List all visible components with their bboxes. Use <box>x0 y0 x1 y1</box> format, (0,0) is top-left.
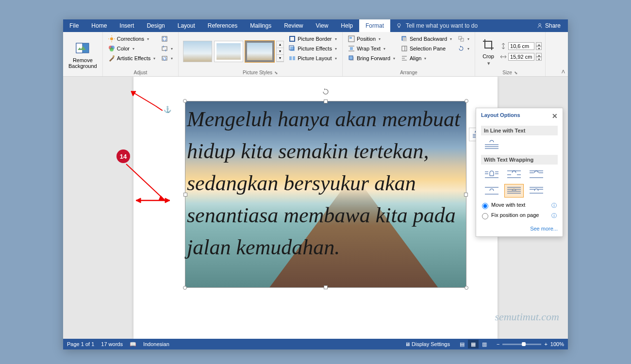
move-with-text-radio[interactable] <box>482 203 488 209</box>
wrap-front[interactable] <box>527 184 546 198</box>
tab-references[interactable]: References <box>201 19 244 32</box>
selection-pane-button[interactable]: Selection Pane <box>399 44 454 53</box>
crop-button[interactable]: Crop▾ <box>478 33 499 69</box>
group-button[interactable]: ▾ <box>456 34 471 43</box>
height-icon <box>500 43 507 50</box>
spellcheck-icon[interactable]: 📖 <box>130 341 136 347</box>
wrap-tight[interactable] <box>504 167 524 181</box>
position-icon <box>348 35 355 42</box>
forward-icon <box>348 55 355 62</box>
print-layout-button[interactable]: ▦ <box>468 340 479 348</box>
tab-review[interactable]: Review <box>278 19 309 32</box>
remove-background-button[interactable]: Remove Background <box>66 33 100 76</box>
zoom-out-button[interactable]: − <box>497 341 499 347</box>
tab-format[interactable]: Format <box>359 19 390 32</box>
remove-bg-icon <box>75 41 90 56</box>
rotate-button[interactable]: ▾ <box>456 44 471 53</box>
position-button[interactable]: Position▾ <box>346 34 397 43</box>
wrap-topbottom[interactable] <box>482 184 501 198</box>
resize-handle[interactable] <box>324 99 328 103</box>
zoom-level[interactable]: 100% <box>550 341 564 347</box>
info-icon[interactable]: ⓘ <box>551 212 557 219</box>
tab-design[interactable]: Design <box>140 19 171 32</box>
tell-me-search[interactable]: Tell me what you want to do <box>390 22 530 29</box>
see-more-link[interactable]: See more... <box>476 223 563 236</box>
word-count[interactable]: 17 words <box>101 341 123 347</box>
compress-pictures-button[interactable] <box>159 34 175 43</box>
color-icon <box>108 45 115 52</box>
wrap-inline[interactable] <box>482 138 501 152</box>
tab-home[interactable]: Home <box>85 19 113 32</box>
style-thumb[interactable] <box>183 41 212 62</box>
svg-point-1 <box>539 24 541 26</box>
bring-forward-button[interactable]: Bring Forward▾ <box>346 54 397 63</box>
artistic-effects-button[interactable]: Artistic Effects▾ <box>106 54 157 63</box>
wrap-square[interactable] <box>482 167 501 181</box>
resize-handle[interactable] <box>183 99 187 103</box>
width-input[interactable]: ▴▾ <box>500 53 542 61</box>
wrap-icon <box>348 45 355 52</box>
page-indicator[interactable]: Page 1 of 1 <box>67 341 94 347</box>
wrap-text-button[interactable]: Wrap Text▾ <box>346 44 397 53</box>
gallery-up-button[interactable]: ▴ <box>277 41 283 48</box>
watermark: semutimut.com <box>495 311 559 323</box>
wrap-behind[interactable] <box>504 184 524 198</box>
styles-launcher[interactable]: ⬊ <box>274 70 278 75</box>
tab-layout[interactable]: Layout <box>171 19 201 32</box>
resize-handle[interactable] <box>465 99 468 103</box>
corrections-button[interactable]: Corrections▾ <box>106 34 157 43</box>
resize-handle[interactable] <box>324 285 328 289</box>
read-mode-button[interactable]: ▤ <box>457 340 467 348</box>
lightbulb-icon <box>396 23 402 29</box>
info-icon[interactable]: ⓘ <box>551 202 557 209</box>
picture-border-button[interactable]: Picture Border▾ <box>287 34 339 43</box>
color-button[interactable]: Color▾ <box>106 44 157 53</box>
align-button[interactable]: Align▾ <box>399 54 454 63</box>
size-launcher[interactable]: ⬊ <box>514 70 518 75</box>
document-text[interactable]: Mengeluh hanya akan membuat hidup kita s… <box>187 103 488 264</box>
size-group-label: Size <box>502 70 512 75</box>
tab-insert[interactable]: Insert <box>113 19 140 32</box>
spin-up[interactable]: ▴ <box>536 42 542 46</box>
zoom-slider[interactable] <box>502 344 541 345</box>
style-thumb[interactable] <box>245 41 274 62</box>
spin-up[interactable]: ▴ <box>536 53 542 57</box>
close-icon[interactable]: ✕ <box>552 112 558 120</box>
picture-styles-gallery[interactable]: ▴ ▾ ▾ <box>181 33 286 69</box>
wrap-through[interactable] <box>527 167 546 181</box>
resize-handle[interactable] <box>465 286 468 290</box>
style-thumb[interactable] <box>214 41 243 62</box>
svg-point-0 <box>398 24 400 27</box>
border-icon <box>289 35 296 42</box>
rotate-handle[interactable] <box>322 88 330 96</box>
tab-view[interactable]: View <box>310 19 335 32</box>
language-indicator[interactable]: Indonesian <box>143 341 169 347</box>
height-input[interactable]: ▴▾ <box>500 42 542 50</box>
picture-effects-button[interactable]: Picture Effects▾ <box>287 44 339 53</box>
resize-handle[interactable] <box>183 286 187 290</box>
crop-icon <box>482 38 495 51</box>
svg-marker-47 <box>136 198 141 203</box>
width-icon <box>500 53 507 60</box>
svg-point-11 <box>110 48 114 51</box>
tab-mailings[interactable]: Mailings <box>244 19 278 32</box>
inline-label: In Line with Text <box>481 126 558 135</box>
picture-layout-button[interactable]: Picture Layout▾ <box>287 54 339 63</box>
fix-position-radio[interactable] <box>482 213 488 219</box>
sun-icon <box>108 35 115 42</box>
tab-file[interactable]: File <box>63 19 85 32</box>
share-button[interactable]: Share <box>530 22 568 29</box>
panel-title: Layout Options <box>481 112 520 120</box>
reset-picture-button[interactable]: ▾ <box>159 54 175 63</box>
send-backward-button[interactable]: Send Backward▾ <box>399 34 454 43</box>
tab-help[interactable]: Help <box>334 19 359 32</box>
web-layout-button[interactable]: ▥ <box>479 340 490 348</box>
zoom-in-button[interactable]: + <box>544 341 547 347</box>
spin-down[interactable]: ▾ <box>536 57 542 61</box>
gallery-down-button[interactable]: ▾ <box>277 48 283 55</box>
spin-down[interactable]: ▾ <box>536 46 542 50</box>
display-settings-button[interactable]: 🖥 Display Settings <box>405 341 450 347</box>
change-picture-button[interactable]: ▾ <box>159 44 175 53</box>
gallery-more-button[interactable]: ▾ <box>277 55 283 62</box>
collapse-ribbon-button[interactable]: ᐱ <box>562 69 565 74</box>
